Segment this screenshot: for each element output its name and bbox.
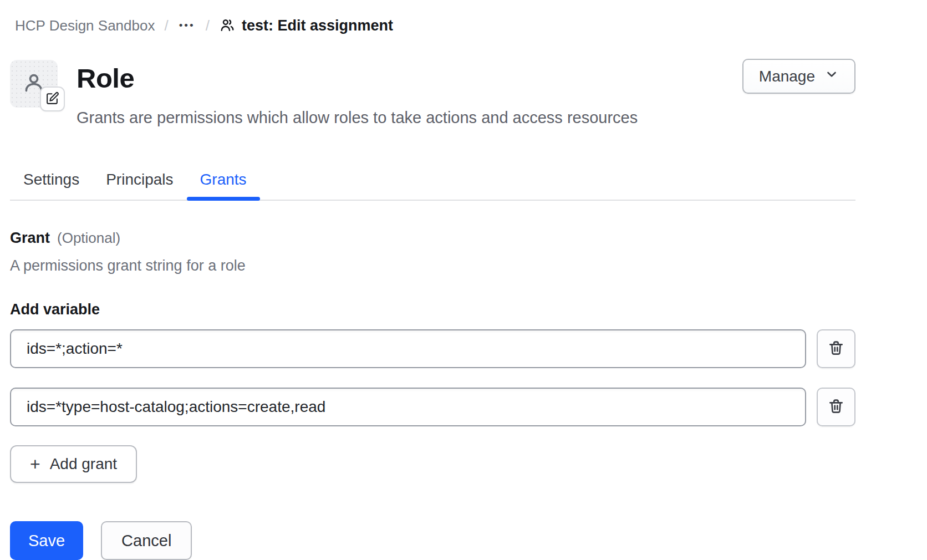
breadcrumb-current: test: Edit assignment (219, 17, 393, 34)
edit-role-icon-button[interactable] (40, 86, 65, 111)
users-icon (219, 17, 236, 34)
breadcrumb-ellipsis-menu[interactable]: ••• (178, 19, 196, 32)
grant-field-label: Grant (Optional) (10, 230, 855, 247)
breadcrumb-current-label: test: Edit assignment (242, 17, 393, 34)
edit-icon (45, 91, 59, 107)
add-grant-button[interactable]: + Add grant (10, 445, 137, 483)
form-actions: Save Cancel (10, 521, 855, 560)
delete-grant-button-2[interactable] (817, 388, 855, 426)
title-block: Role Grants are permissions which allow … (77, 60, 742, 127)
breadcrumb-separator: / (206, 17, 210, 34)
delete-grant-button-1[interactable] (817, 329, 855, 368)
grant-help-text: A permissions grant string for a role (10, 257, 855, 274)
role-edit-page: HCP Design Sandbox / ••• / test: Edit as… (0, 0, 927, 560)
grants-form: Grant (Optional) A permissions grant str… (10, 230, 855, 560)
trash-icon (827, 398, 845, 417)
save-button[interactable]: Save (10, 521, 83, 560)
chevron-down-icon (824, 67, 839, 85)
manage-button[interactable]: Manage (742, 59, 855, 94)
plus-icon: + (30, 455, 40, 473)
add-grant-label: Add grant (50, 455, 117, 473)
manage-button-label: Manage (759, 68, 815, 85)
grant-row (10, 388, 855, 426)
trash-icon (827, 339, 845, 359)
tab-grants[interactable]: Grants (187, 167, 260, 200)
page-title: Role (77, 64, 742, 93)
breadcrumb-org-link[interactable]: HCP Design Sandbox (15, 17, 155, 34)
grant-string-input-1[interactable] (10, 329, 806, 368)
breadcrumb-separator: / (164, 17, 168, 34)
page-subtitle: Grants are permissions which allow roles… (77, 109, 742, 127)
page-header: Role Grants are permissions which allow … (10, 60, 855, 127)
cancel-button[interactable]: Cancel (101, 521, 192, 560)
add-variable-heading: Add variable (10, 301, 855, 318)
grant-string-input-2[interactable] (10, 388, 806, 426)
grant-label-text: Grant (10, 230, 50, 247)
tab-bar: Settings Principals Grants (10, 167, 855, 201)
breadcrumb: HCP Design Sandbox / ••• / test: Edit as… (10, 16, 855, 35)
grant-optional-text: (Optional) (57, 230, 120, 247)
tab-principals[interactable]: Principals (93, 167, 186, 200)
role-avatar (10, 60, 58, 108)
grant-row (10, 329, 855, 368)
tab-settings[interactable]: Settings (10, 167, 93, 200)
